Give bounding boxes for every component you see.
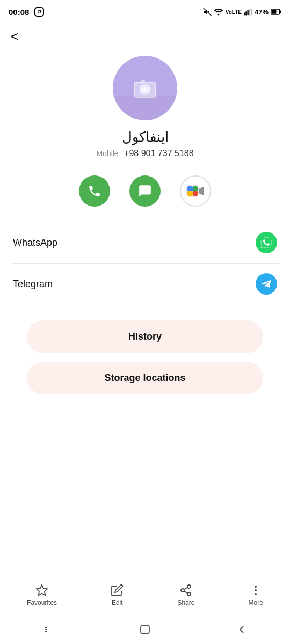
svg-marker-20 bbox=[199, 187, 204, 195]
pencil-icon bbox=[111, 584, 124, 597]
share-label: Share bbox=[177, 599, 194, 606]
lines-icon bbox=[43, 625, 54, 634]
back-button[interactable]: < bbox=[11, 28, 23, 45]
whatsapp-row[interactable]: WhatsApp bbox=[0, 222, 290, 263]
battery-icon bbox=[271, 9, 281, 15]
star-icon bbox=[35, 584, 48, 597]
svg-rect-6 bbox=[249, 9, 250, 15]
svg-rect-18 bbox=[187, 191, 193, 196]
svg-rect-9 bbox=[271, 10, 276, 14]
svg-rect-19 bbox=[193, 191, 198, 196]
telegram-label: Telegram bbox=[13, 279, 53, 290]
more-label: More bbox=[249, 599, 263, 606]
system-nav-bar bbox=[0, 614, 290, 644]
svg-rect-33 bbox=[141, 625, 149, 634]
volte-indicator: VoLTE bbox=[226, 9, 242, 15]
camera-icon bbox=[133, 78, 157, 98]
phone-icon bbox=[88, 184, 102, 198]
bottom-nav: Favourites Edit Share More bbox=[0, 576, 290, 612]
svg-marker-21 bbox=[37, 585, 47, 595]
svg-line-26 bbox=[184, 588, 188, 590]
share-icon bbox=[179, 584, 192, 597]
svg-point-29 bbox=[255, 593, 257, 595]
favourites-nav-item[interactable]: Favourites bbox=[20, 582, 63, 609]
phone-number: +98 901 737 5188 bbox=[124, 149, 193, 158]
svg-point-23 bbox=[181, 589, 184, 592]
phone-label: Mobile bbox=[96, 149, 118, 158]
action-buttons-row bbox=[0, 175, 290, 207]
sys-nav-back[interactable] bbox=[236, 624, 247, 635]
svg-point-1 bbox=[40, 10, 41, 11]
svg-point-22 bbox=[187, 585, 191, 588]
share-nav-item[interactable]: Share bbox=[171, 582, 201, 609]
contact-name: اینفاکول bbox=[122, 129, 169, 145]
battery-percentage: 47% bbox=[255, 8, 269, 16]
sys-nav-lines[interactable] bbox=[43, 625, 54, 634]
more-icon bbox=[249, 584, 262, 597]
svg-point-24 bbox=[187, 592, 191, 596]
svg-line-25 bbox=[184, 591, 188, 594]
svg-point-0 bbox=[38, 11, 41, 13]
sys-nav-home[interactable] bbox=[139, 624, 151, 635]
header: < bbox=[0, 21, 290, 45]
message-icon bbox=[138, 184, 152, 198]
wifi-icon bbox=[214, 8, 223, 16]
avatar-section: اینفاکول Mobile +98 901 737 5188 bbox=[0, 45, 290, 164]
svg-rect-14 bbox=[141, 80, 145, 83]
google-meet-icon bbox=[186, 184, 205, 199]
svg-rect-16 bbox=[187, 186, 193, 192]
signal-icon bbox=[244, 8, 252, 16]
telegram-icon bbox=[256, 273, 277, 295]
whatsapp-label: WhatsApp bbox=[13, 237, 57, 248]
svg-rect-5 bbox=[247, 10, 248, 16]
favourites-label: Favourites bbox=[27, 599, 57, 606]
svg-rect-7 bbox=[251, 9, 252, 15]
back-chevron-icon bbox=[236, 624, 247, 635]
status-icons: VoLTE 47% bbox=[203, 8, 281, 16]
avatar bbox=[113, 56, 177, 120]
whatsapp-icon bbox=[256, 232, 277, 253]
call-button[interactable] bbox=[79, 175, 110, 207]
status-bar: 00:08 VoLTE 47% bbox=[0, 0, 290, 21]
home-square-icon bbox=[139, 624, 151, 635]
message-button[interactable] bbox=[129, 175, 161, 207]
edit-nav-item[interactable]: Edit bbox=[104, 582, 130, 609]
svg-point-27 bbox=[255, 586, 257, 588]
svg-point-13 bbox=[142, 87, 148, 92]
history-button[interactable]: History bbox=[27, 320, 263, 353]
storage-locations-button[interactable]: Storage locations bbox=[27, 362, 263, 394]
status-time: 00:08 bbox=[9, 8, 29, 17]
svg-rect-3 bbox=[244, 13, 245, 16]
svg-point-28 bbox=[255, 589, 257, 591]
mute-icon bbox=[203, 8, 212, 16]
instagram-icon bbox=[34, 7, 44, 17]
more-nav-item[interactable]: More bbox=[242, 582, 270, 609]
svg-rect-17 bbox=[193, 186, 198, 192]
google-meet-button[interactable] bbox=[180, 175, 211, 207]
svg-rect-4 bbox=[245, 11, 247, 15]
contact-phone: Mobile +98 901 737 5188 bbox=[96, 149, 193, 158]
telegram-row[interactable]: Telegram bbox=[0, 264, 290, 304]
svg-rect-10 bbox=[280, 11, 281, 13]
main-buttons-section: History Storage locations bbox=[0, 320, 290, 394]
edit-label: Edit bbox=[112, 599, 123, 606]
